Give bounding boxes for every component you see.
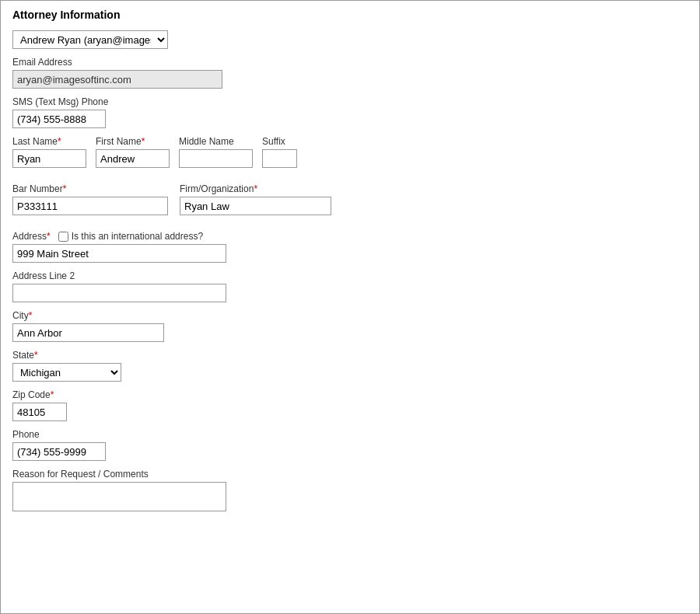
state-group: State* Michigan Alabama Alaska Arizona C… bbox=[12, 350, 688, 382]
suffix-input[interactable] bbox=[262, 149, 297, 168]
city-group: City* bbox=[12, 310, 688, 342]
middle-name-label: Middle Name bbox=[179, 136, 253, 147]
firm-group: Firm/Organization* bbox=[180, 183, 331, 215]
section-title: Attorney Information bbox=[12, 9, 688, 21]
zip-group: Zip Code* bbox=[12, 389, 688, 421]
first-name-group: First Name* bbox=[96, 136, 170, 168]
bar-firm-row: Bar Number* Firm/Organization* bbox=[12, 183, 688, 223]
sms-label: SMS (Text Msg) Phone bbox=[12, 96, 688, 107]
firm-input[interactable] bbox=[180, 197, 331, 215]
attorney-select-group: Andrew Ryan (aryan@imagesofti bbox=[12, 30, 688, 49]
sms-group: SMS (Text Msg) Phone bbox=[12, 96, 688, 128]
first-name-label: First Name* bbox=[96, 136, 170, 147]
phone-group: Phone bbox=[12, 429, 688, 461]
email-label: Email Address bbox=[12, 57, 688, 68]
email-group: Email Address bbox=[12, 57, 688, 89]
address-group: Address* Is this an international addres… bbox=[12, 231, 688, 263]
state-label: State* bbox=[12, 350, 688, 361]
city-label: City* bbox=[12, 310, 688, 321]
last-name-input[interactable] bbox=[12, 149, 86, 168]
state-select[interactable]: Michigan Alabama Alaska Arizona Californ… bbox=[12, 363, 121, 382]
bar-number-input[interactable] bbox=[12, 197, 168, 215]
address-label-row: Address* Is this an international addres… bbox=[12, 231, 688, 242]
firm-label: Firm/Organization* bbox=[180, 183, 331, 194]
address2-input[interactable] bbox=[12, 284, 226, 302]
zip-input[interactable] bbox=[12, 403, 67, 421]
name-row: Last Name* First Name* Middle Name Suffi… bbox=[12, 136, 688, 176]
suffix-label: Suffix bbox=[262, 136, 297, 147]
attorney-select[interactable]: Andrew Ryan (aryan@imagesofti bbox=[12, 30, 168, 49]
address-label: Address* bbox=[12, 231, 51, 242]
email-input[interactable] bbox=[12, 70, 222, 89]
bar-number-group: Bar Number* bbox=[12, 183, 168, 215]
city-input[interactable] bbox=[12, 323, 164, 342]
international-checkbox-label[interactable]: Is this an international address? bbox=[58, 231, 203, 242]
middle-name-group: Middle Name bbox=[179, 136, 253, 168]
last-name-group: Last Name* bbox=[12, 136, 86, 168]
attorney-information-panel: Attorney Information Andrew Ryan (aryan@… bbox=[0, 0, 700, 614]
comments-group: Reason for Request / Comments bbox=[12, 469, 688, 514]
phone-label: Phone bbox=[12, 429, 688, 440]
sms-input[interactable] bbox=[12, 110, 106, 128]
comments-textarea[interactable] bbox=[12, 482, 226, 511]
phone-input[interactable] bbox=[12, 442, 106, 461]
zip-label: Zip Code* bbox=[12, 389, 688, 400]
international-checkbox[interactable] bbox=[58, 232, 68, 242]
suffix-group: Suffix bbox=[262, 136, 297, 168]
address-input[interactable] bbox=[12, 244, 226, 263]
bar-number-label: Bar Number* bbox=[12, 183, 168, 194]
middle-name-input[interactable] bbox=[179, 149, 253, 168]
comments-label: Reason for Request / Comments bbox=[12, 469, 688, 480]
address2-label: Address Line 2 bbox=[12, 270, 688, 281]
last-name-label: Last Name* bbox=[12, 136, 86, 147]
first-name-input[interactable] bbox=[96, 149, 170, 168]
address2-group: Address Line 2 bbox=[12, 270, 688, 302]
